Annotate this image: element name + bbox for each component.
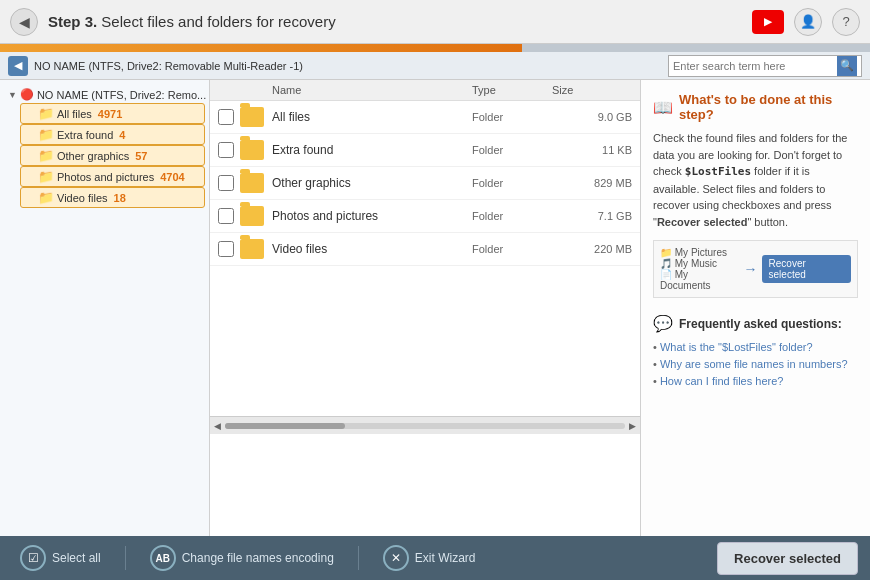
faq-section: 💬 Frequently asked questions: What is th…: [653, 314, 858, 387]
table-row[interactable]: Photos and pictures Folder 7.1 GB: [210, 200, 640, 233]
search-box: 🔍: [668, 55, 862, 77]
help-book-icon: 📖: [653, 98, 673, 117]
tree-item-extrafound[interactable]: 📁 Extra found 4: [20, 124, 205, 145]
faq-title: 💬 Frequently asked questions:: [653, 314, 858, 333]
tree-item-allfiles[interactable]: 📁 All files 4971: [20, 103, 205, 124]
encoding-icon: AB: [150, 545, 176, 571]
tree-item-othergraphics[interactable]: 📁 Other graphics 57: [20, 145, 205, 166]
row-checkbox-photos[interactable]: [218, 208, 234, 224]
help-section-title: 📖 What's to be done at this step?: [653, 92, 858, 122]
back-button[interactable]: ◀: [10, 8, 38, 36]
tree-root: ▼ 🔴 NO NAME (NTFS, Drive2: Remo... 📁 All…: [0, 86, 209, 208]
faq-item-2[interactable]: Why are some file names in numbers?: [653, 358, 858, 370]
recover-selected-button[interactable]: Recover selected: [717, 542, 858, 575]
exit-icon: ✕: [383, 545, 409, 571]
row-checkbox-othergraphics[interactable]: [218, 175, 234, 191]
divider2: [358, 546, 359, 570]
illust-file-list: 📁 My Pictures 🎵 My Music 📄 My Documents: [660, 247, 740, 291]
faq-icon: 💬: [653, 314, 673, 333]
search-input[interactable]: [673, 60, 833, 72]
tree-children: 📁 All files 4971 📁 Extra found 4 📁 Other…: [4, 103, 205, 208]
progress-bar: [0, 44, 870, 52]
user-icon[interactable]: 👤: [794, 8, 822, 36]
drive-bar: ◀ NO NAME (NTFS, Drive2: Removable Multi…: [0, 52, 870, 80]
title-bar: ◀ Step 3. Select files and folders for r…: [0, 0, 870, 44]
table-row[interactable]: Video files Folder 220 MB: [210, 233, 640, 266]
faq-item-3[interactable]: How can I find files here?: [653, 375, 858, 387]
center-panel: Name Type Size All files Folder 9.0 GB E…: [210, 80, 640, 536]
recover-illustration: 📁 My Pictures 🎵 My Music 📄 My Documents …: [653, 240, 858, 298]
scroll-right[interactable]: ▶: [629, 421, 636, 431]
select-all-icon: ☑: [20, 545, 46, 571]
row-checkbox-allfiles[interactable]: [218, 109, 234, 125]
page-title: Step 3. Select files and folders for rec…: [48, 13, 336, 30]
divider: [125, 546, 126, 570]
col-header-size: Size: [552, 84, 632, 96]
main-area: ▼ 🔴 NO NAME (NTFS, Drive2: Remo... 📁 All…: [0, 80, 870, 536]
file-list-header: Name Type Size: [210, 80, 640, 101]
help-description: Check the found files and folders for th…: [653, 130, 858, 230]
row-checkbox-video[interactable]: [218, 241, 234, 257]
tree-item-video[interactable]: 📁 Video files 18: [20, 187, 205, 208]
bottom-bar: ☑ Select all AB Change file names encodi…: [0, 536, 870, 580]
tree-item-photos[interactable]: 📁 Photos and pictures 4704: [20, 166, 205, 187]
drive-name: NO NAME (NTFS, Drive2: Removable Multi-R…: [34, 60, 662, 72]
scroll-left[interactable]: ◀: [214, 421, 221, 431]
right-panel: 📖 What's to be done at this step? Check …: [640, 80, 870, 536]
youtube-icon[interactable]: ▶: [752, 10, 784, 34]
table-row[interactable]: All files Folder 9.0 GB: [210, 101, 640, 134]
table-row[interactable]: Extra found Folder 11 KB: [210, 134, 640, 167]
folder-icon: [240, 239, 264, 259]
folder-icon: [240, 206, 264, 226]
arrow-icon: →: [744, 261, 758, 277]
select-all-button[interactable]: ☑ Select all: [12, 541, 109, 575]
folder-icon: [240, 173, 264, 193]
faq-item-1[interactable]: What is the "$LostFiles" folder?: [653, 341, 858, 353]
progress-fill: [0, 44, 522, 52]
col-header-name: Name: [272, 84, 472, 96]
col-header-type: Type: [472, 84, 552, 96]
folder-icon: [240, 107, 264, 127]
table-row[interactable]: Other graphics Folder 829 MB: [210, 167, 640, 200]
encoding-button[interactable]: AB Change file names encoding: [142, 541, 342, 575]
tree-panel: ▼ 🔴 NO NAME (NTFS, Drive2: Remo... 📁 All…: [0, 80, 210, 536]
search-button[interactable]: 🔍: [837, 56, 857, 76]
horizontal-scrollbar[interactable]: ◀ ▶: [210, 416, 640, 434]
help-icon[interactable]: ?: [832, 8, 860, 36]
exit-button[interactable]: ✕ Exit Wizard: [375, 541, 484, 575]
drive-back-button[interactable]: ◀: [8, 56, 28, 76]
illust-recover-button[interactable]: Recover selected: [762, 255, 851, 283]
folder-icon: [240, 140, 264, 160]
row-checkbox-extrafound[interactable]: [218, 142, 234, 158]
tree-root-item[interactable]: ▼ 🔴 NO NAME (NTFS, Drive2: Remo...: [4, 86, 205, 103]
